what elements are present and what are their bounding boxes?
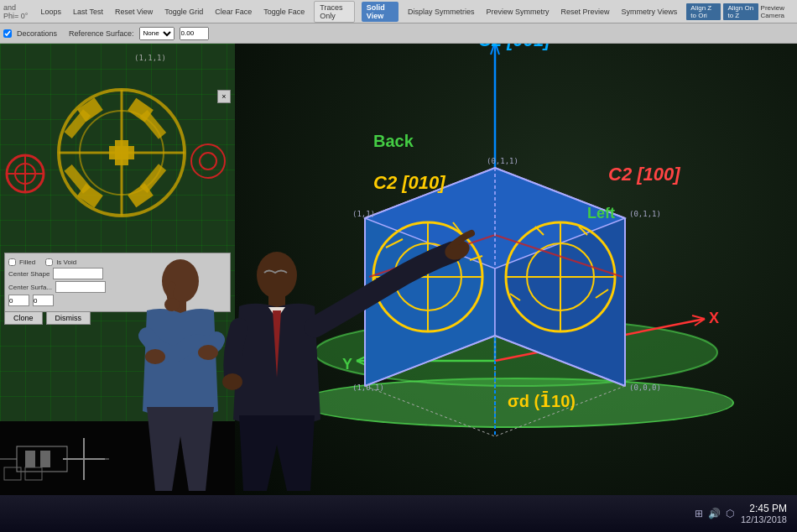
taskbar-time-date: 2:45 PM 12/13/2018 (741, 503, 787, 524)
toolbar-reset-preview[interactable]: Reset Preview (558, 7, 612, 17)
svg-rect-21 (139, 110, 166, 139)
cube-visualization-svg: (1,1) (0,1,1) (0,1,1) (1,0,1) (0,0,0) C2… (235, 0, 797, 495)
svg-line-41 (692, 316, 705, 319)
decorations-checkbox[interactable] (3, 29, 12, 38)
filled-checkbox[interactable] (8, 258, 16, 266)
center-shape-row: Center Shape (8, 268, 227, 279)
taskbar-icon-area: ⊞ 🔊 ⬡ (695, 508, 734, 519)
svg-rect-20 (64, 109, 91, 138)
svg-text:Y: Y (342, 356, 352, 373)
taskbar: ⊞ 🔊 ⬡ 2:45 PM 12/13/2018 (0, 495, 797, 532)
center-shape-input[interactable] (53, 268, 103, 279)
center-shape-label: Center Shape (8, 270, 49, 278)
reference-surface-label: Reference Surface: (69, 29, 134, 38)
svg-rect-25 (25, 451, 35, 467)
toolbar-solid-view[interactable]: Solid View (362, 2, 398, 22)
svg-rect-9 (115, 140, 128, 165)
svg-text:σd (1̄10): σd (1̄10) (508, 391, 576, 410)
svg-rect-26 (40, 451, 50, 467)
toolbar-loops[interactable]: Loops (39, 7, 65, 17)
left-visualization: (1,1,1) (0,2,10) 360.00, 340.00 + × Θ = … (0, 44, 235, 495)
svg-point-14 (191, 144, 225, 178)
value-input-1[interactable] (8, 295, 29, 306)
svg-text:(0,0,0): (0,0,0) (629, 383, 661, 392)
svg-text:C2 [100]: C2 [100] (608, 164, 680, 185)
svg-line-71 (365, 386, 495, 436)
svg-point-15 (200, 153, 216, 170)
is-void-label: Is Void (56, 258, 76, 266)
center-surface-input[interactable] (55, 281, 106, 293)
dismiss-btn[interactable]: Dismiss (46, 311, 91, 325)
network-icon: ⊞ (695, 508, 703, 519)
toolbar-clear-face[interactable]: Clear Face (212, 7, 254, 17)
main-container: and Phi= 0° Loops Last Test Reset View T… (0, 0, 797, 532)
phi-text: and Phi= 0° (3, 3, 32, 20)
center-surface-row: Center Surfa... (8, 281, 227, 293)
toolbar-sym-views[interactable]: Symmetry Views (618, 7, 680, 17)
date-display: 12/13/2018 (741, 514, 787, 524)
close-panel-btn[interactable]: × (217, 90, 231, 103)
svg-text:(0,1,1): (0,1,1) (487, 157, 518, 165)
svg-rect-31 (4, 467, 21, 480)
toolbar-last-test[interactable]: Last Test (70, 7, 106, 17)
volume-icon: 🔊 (708, 508, 721, 519)
toolbar-display-sym[interactable]: Display Symmetries (405, 7, 477, 17)
main-toolbar: and Phi= 0° Loops Last Test Reset View T… (0, 0, 797, 23)
preview-camera-check[interactable]: Preview Camera (761, 3, 794, 20)
value-row (8, 295, 227, 306)
svg-rect-32 (25, 467, 42, 480)
align-on-btn[interactable]: Align On to Z (723, 3, 758, 20)
svg-text:(1,0,1): (1,0,1) (352, 383, 384, 392)
battery-icon: ⬡ (726, 508, 734, 519)
svg-rect-22 (64, 164, 91, 194)
decorations-toolbar: Decorations Reference Surface: None (0, 23, 797, 44)
align-z-btn[interactable]: Align Z to Ori (686, 3, 721, 20)
toolbar-reset-view[interactable]: Reset View (112, 7, 155, 17)
svg-rect-23 (139, 164, 166, 193)
svg-text:C2 [010]: C2 [010] (373, 172, 445, 193)
decorations-label: Decorations (17, 29, 57, 38)
action-buttons: Clone Dismiss (4, 311, 91, 325)
toolbar-toggle-face[interactable]: Toggle Face (261, 7, 307, 17)
center-surface-label: Center Surfa... (8, 284, 52, 291)
lower-waveform (0, 421, 235, 495)
svg-text:Left: Left (587, 205, 615, 222)
is-void-checkbox[interactable] (45, 258, 53, 266)
align-buttons: Align Z to Ori Align On to Z Preview Cam… (686, 3, 794, 20)
clone-btn[interactable]: Clone (4, 311, 43, 325)
svg-text:(0,1,1): (0,1,1) (629, 210, 661, 218)
filled-label: Filled (19, 258, 35, 266)
clock-display: 2:45 PM (741, 503, 787, 514)
small-form-panel: Filled Is Void Center Shape Center Surfa… (4, 253, 231, 312)
svg-text:(1,1,1): (1,1,1) (134, 54, 166, 62)
toolbar-traces-only[interactable]: Traces Only (314, 1, 354, 23)
right-visualization: (1,1) (0,1,1) (0,1,1) (1,0,1) (0,0,0) C2… (235, 0, 797, 495)
toolbar-toggle-grid[interactable]: Toggle Grid (162, 7, 206, 17)
filled-row: Filled Is Void (8, 258, 227, 266)
value-input-2[interactable] (33, 295, 54, 306)
reference-surface-select[interactable]: None (139, 27, 175, 40)
projection-screen: and Phi= 0° Loops Last Test Reset View T… (0, 0, 797, 495)
svg-text:(1,1): (1,1) (352, 210, 375, 218)
svg-text:Back: Back (373, 132, 414, 150)
svg-text:X: X (709, 310, 719, 326)
reference-value-input[interactable] (180, 27, 209, 40)
toolbar-preview-sym[interactable]: Preview Symmetry (483, 7, 551, 17)
